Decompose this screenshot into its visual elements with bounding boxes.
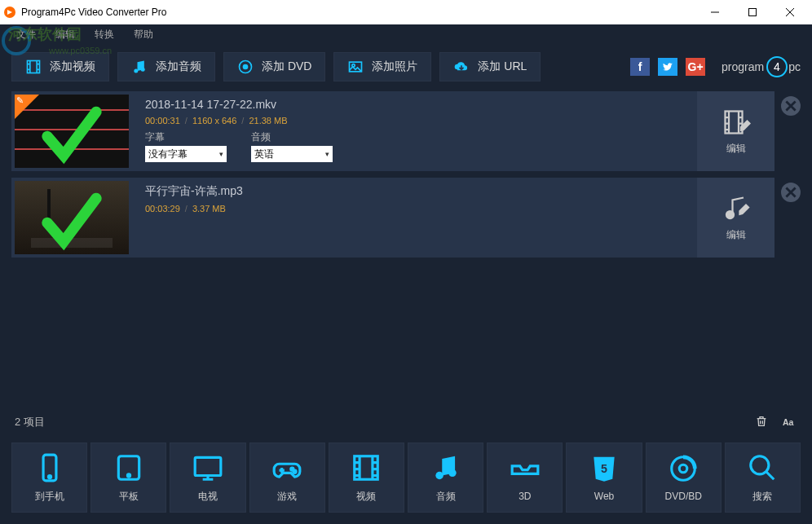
svg-point-22 [435,471,444,479]
svg-point-20 [293,470,296,473]
status-bar: 2 项目 Aa [0,410,812,434]
remove-item-button[interactable] [781,96,801,116]
minimize-button[interactable] [696,0,734,24]
svg-text:5: 5 [601,462,607,475]
svg-rect-2 [28,61,40,73]
menu-file[interactable]: 文件 [7,28,46,42]
list-item[interactable]: ✎ 2018-11-14 17-27-22.mkv 00:00:31/1160 … [11,91,801,171]
category-tv[interactable]: 电视 [170,443,245,513]
music-edit-icon [722,194,751,223]
tv-icon [192,452,223,483]
remove-item-button[interactable] [781,183,801,202]
svg-rect-18 [195,457,221,475]
film-edit-icon [722,108,751,137]
list-item[interactable]: 平行宇宙-许嵩.mp3 00:03:29/3.37 MB 编辑 [11,178,801,258]
googleplus-button[interactable]: G+ [686,58,705,76]
file-meta: 00:00:31/1160 x 646/21.38 MB [145,116,689,125]
menu-help[interactable]: 帮助 [124,28,163,42]
video-icon [351,452,382,483]
image-icon [347,59,364,75]
facebook-button[interactable]: f [630,58,650,76]
category-search[interactable]: 搜索 [725,443,801,513]
subtitle-label: 字幕 [145,130,227,144]
add-audio-label: 添加音频 [156,59,201,74]
check-icon [39,101,104,168]
film-icon [25,59,42,75]
edit-button[interactable]: 编辑 [697,91,774,171]
item-count: 2 项目 [15,415,45,429]
app-icon [3,6,16,19]
toolbar: 添加视频 添加音频 添加 DVD 添加照片 添加 URL f G+ progra… [0,44,812,83]
add-photo-label: 添加照片 [372,59,417,74]
svg-rect-1 [749,9,757,16]
add-video-label: 添加视频 [50,59,95,74]
category-phone[interactable]: 到手机 [11,443,87,513]
svg-point-3 [134,69,138,73]
edit-badge-icon: ✎ [16,95,24,106]
music-icon [131,59,148,75]
thumbnail[interactable] [15,181,129,254]
svg-point-17 [127,473,130,476]
svg-point-4 [141,68,145,72]
close-button[interactable] [771,0,809,24]
file-meta: 00:03:29/3.37 MB [145,204,689,214]
filename: 平行宇宙-许嵩.mp3 [145,184,689,199]
category-video[interactable]: 视频 [329,443,404,513]
dvd-icon [668,453,699,484]
svg-point-12 [726,211,734,218]
svg-point-6 [244,65,248,69]
twitter-button[interactable] [658,58,677,76]
add-dvd-label: 添加 DVD [262,59,311,74]
html5-icon: 5 [589,453,620,484]
svg-point-15 [48,475,51,478]
filename: 2018-11-14 17-27-22.mkv [145,98,689,111]
menubar: 文件 编辑 转换 帮助 [0,24,812,44]
add-dvd-button[interactable]: 添加 DVD [223,52,325,81]
rename-button[interactable]: Aa [783,415,797,430]
add-url-label: 添加 URL [478,59,527,74]
brand-circle-icon: 4 [766,55,788,78]
audio-icon [430,452,461,483]
category-bar: 到手机 平板 电视 游戏 视频 音频 [0,434,812,524]
svg-text:Aa: Aa [783,416,794,426]
svg-text:4: 4 [774,60,780,73]
tablet-icon [113,452,144,483]
edit-label: 编辑 [726,142,746,156]
file-list: ✎ 2018-11-14 17-27-22.mkv 00:00:31/1160 … [0,83,812,410]
add-url-button[interactable]: 添加 URL [439,52,541,81]
audio-track-label: 音频 [251,130,333,144]
category-audio[interactable]: 音频 [408,443,483,513]
thumbnail[interactable]: ✎ [15,95,129,168]
audio-track-select[interactable]: 英语 [251,146,333,162]
category-3d[interactable]: 3D [487,443,563,513]
menu-edit[interactable]: 编辑 [46,28,85,42]
gamepad-icon [271,452,302,483]
check-icon [39,187,104,254]
add-audio-button[interactable]: 添加音频 [117,52,215,81]
titlebar: Program4Pc Video Converter Pro [0,0,812,24]
category-game[interactable]: 游戏 [249,443,325,513]
window-title: Program4Pc Video Converter Pro [21,7,167,18]
edit-button[interactable]: 编辑 [697,178,774,258]
glasses-3d-icon [510,453,541,484]
edit-label: 编辑 [726,228,746,242]
phone-icon [34,452,65,483]
delete-all-button[interactable] [755,415,768,430]
menu-convert[interactable]: 转换 [85,28,124,42]
category-web[interactable]: 5 Web [566,443,642,513]
add-photo-button[interactable]: 添加照片 [333,52,431,81]
add-video-button[interactable]: 添加视频 [11,52,109,81]
category-dvd[interactable]: DVD/BD [646,443,722,513]
disc-icon [237,59,254,75]
cloud-icon [453,59,470,75]
brand-logo: program 4 pc [722,55,801,78]
subtitle-select[interactable]: 没有字幕 [145,146,227,162]
maximize-button[interactable] [734,0,771,24]
svg-point-23 [448,469,457,477]
svg-point-27 [751,456,769,473]
category-tablet[interactable]: 平板 [90,443,166,513]
svg-point-26 [679,465,687,473]
search-icon [747,452,778,483]
